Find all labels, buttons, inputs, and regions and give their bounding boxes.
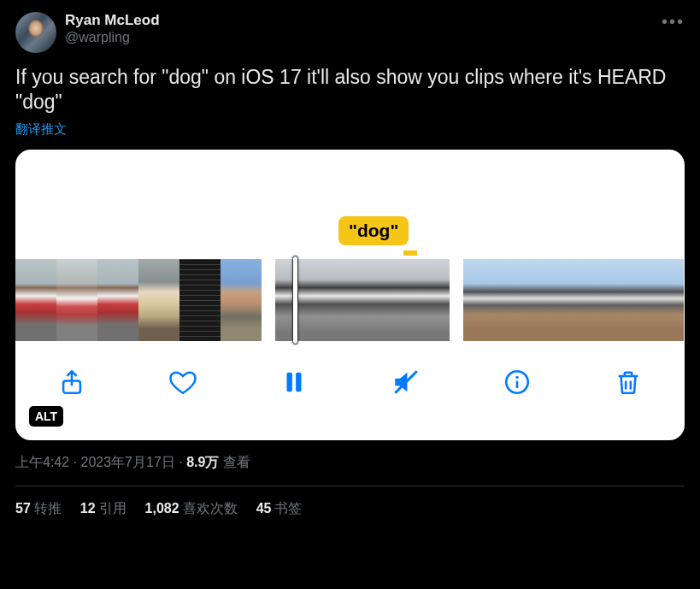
search-term-label: "dog" bbox=[338, 216, 409, 245]
date: 2023年7月17日 bbox=[80, 455, 174, 469]
svg-point-5 bbox=[515, 375, 518, 378]
playhead[interactable] bbox=[292, 256, 298, 345]
mute-icon[interactable] bbox=[385, 362, 426, 403]
author-name: Ryan McLeod bbox=[65, 12, 685, 29]
media-top: "dog" bbox=[15, 150, 685, 259]
clip-group-3 bbox=[463, 259, 684, 341]
trash-icon[interactable] bbox=[608, 362, 649, 403]
author-handle: @warpling bbox=[65, 30, 685, 45]
clip-group-2 bbox=[275, 259, 450, 341]
heart-icon[interactable] bbox=[162, 362, 203, 403]
share-icon[interactable] bbox=[51, 362, 92, 403]
video-timeline[interactable] bbox=[15, 259, 685, 341]
svg-rect-2 bbox=[297, 372, 302, 392]
translate-link[interactable]: 翻译推文 bbox=[15, 121, 685, 138]
tweet-stats: 57转推 12引用 1,082喜欢次数 45书签 bbox=[15, 500, 685, 518]
thumbnail bbox=[333, 259, 391, 341]
likes[interactable]: 1,082喜欢次数 bbox=[145, 500, 238, 518]
media-card[interactable]: "dog" bbox=[15, 150, 685, 440]
divider bbox=[15, 486, 685, 486]
pause-icon[interactable] bbox=[274, 362, 315, 403]
bookmarks[interactable]: 45书签 bbox=[256, 500, 303, 518]
thumbnail bbox=[138, 259, 179, 341]
tweet-text: If you search for "dog" on iOS 17 it'll … bbox=[15, 65, 685, 115]
svg-rect-1 bbox=[287, 372, 292, 392]
thumbnail bbox=[574, 259, 610, 341]
tweet-header: Ryan McLeod @warpling ••• bbox=[15, 12, 685, 53]
quotes[interactable]: 12引用 bbox=[80, 500, 126, 518]
thumbnail bbox=[275, 259, 333, 341]
thumbnail bbox=[179, 259, 221, 341]
thumbnail bbox=[610, 259, 647, 341]
thumbnail bbox=[56, 259, 97, 341]
thumbnail bbox=[647, 259, 684, 341]
thumbnail bbox=[537, 259, 574, 341]
thumbnail bbox=[221, 259, 262, 341]
thumbnail bbox=[391, 259, 450, 341]
more-icon[interactable]: ••• bbox=[662, 12, 685, 32]
thumbnail bbox=[500, 259, 537, 341]
thumbnail bbox=[463, 259, 500, 341]
label-tick bbox=[403, 250, 417, 256]
tweet-meta[interactable]: 上午4:42 · 2023年7月17日 · 8.9万 查看 bbox=[15, 454, 685, 472]
info-icon[interactable] bbox=[497, 362, 538, 403]
views-label: 查看 bbox=[219, 455, 250, 469]
views-count: 8.9万 bbox=[186, 455, 219, 469]
retweets[interactable]: 57转推 bbox=[15, 500, 62, 518]
clip-group-1 bbox=[15, 259, 262, 341]
thumbnail bbox=[15, 259, 56, 341]
media-toolbar bbox=[15, 341, 685, 403]
avatar[interactable] bbox=[15, 12, 56, 53]
alt-badge[interactable]: ALT bbox=[29, 406, 63, 427]
time: 上午4:42 bbox=[15, 455, 69, 469]
author-block[interactable]: Ryan McLeod @warpling bbox=[65, 12, 685, 45]
thumbnail bbox=[97, 259, 138, 341]
tweet-container: Ryan McLeod @warpling ••• If you search … bbox=[0, 0, 700, 518]
